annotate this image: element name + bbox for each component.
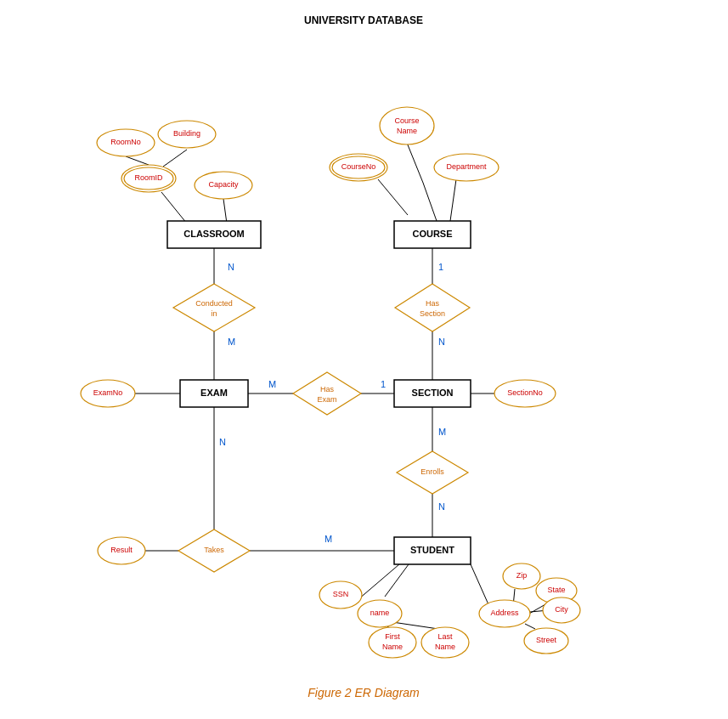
rel-enrolls-label: Enrolls [420, 467, 444, 476]
attr-lastname-label1: Last [437, 632, 453, 641]
rel-hasexam-label1: Has [320, 385, 335, 393]
attr-result-label: Result [110, 546, 133, 554]
attr-courseno-label: CourseNo [341, 162, 376, 171]
cardinality-n4: N [219, 437, 226, 447]
connector-roomno-roomid [126, 156, 149, 165]
entity-classroom-label: CLASSROOM [183, 229, 245, 239]
cardinality-1a: 1 [438, 262, 443, 272]
attr-lastname-label2: Name [435, 643, 455, 651]
entity-course-label: COURSE [412, 229, 452, 239]
attr-department-label: Department [446, 162, 487, 171]
svg-canvas: UNIVERSITY DATABASE [0, 0, 728, 719]
cardinality-m1: M [228, 337, 235, 347]
cardinality-m3: M [438, 427, 446, 437]
connector-name-student [385, 564, 409, 597]
entity-student-label: STUDENT [410, 545, 454, 555]
attr-examno-label: ExamNo [93, 388, 123, 397]
cardinality-n1: N [228, 262, 234, 272]
attr-coursename-label1: Course [394, 116, 419, 125]
rel-hassection-label1: Has [426, 299, 440, 308]
attr-coursename-label2: Name [397, 127, 417, 135]
cardinality-n2: N [438, 337, 445, 347]
connector-coursename-course1 [407, 143, 423, 183]
connector-street-address [525, 624, 535, 629]
attr-zip-label: Zip [516, 571, 528, 580]
connector-courseno-course [378, 179, 408, 215]
er-diagram: UNIVERSITY DATABASE [0, 0, 728, 719]
connector-roomid-classroom [161, 192, 187, 224]
attr-roomid-label: RoomID [134, 173, 163, 182]
attr-city-label: City [555, 605, 568, 614]
attr-building-label: Building [173, 129, 200, 138]
cardinality-n3: N [438, 501, 445, 512]
rel-hassection-label2: Section [420, 309, 445, 318]
connector-dept-course [450, 179, 456, 221]
cardinality-m2: M [268, 379, 276, 389]
attr-sectionno-label: SectionNo [507, 388, 543, 397]
cardinality-1b: 1 [381, 379, 386, 389]
diagram-title: UNIVERSITY DATABASE [304, 14, 423, 26]
attr-firstname-label2: Name [382, 643, 403, 651]
attr-state-label: State [547, 586, 565, 594]
connector-coursename-course2 [423, 183, 437, 221]
rel-takes-label: Takes [204, 546, 224, 554]
rel-conductedin-label2: in [211, 309, 217, 318]
attr-ssn-label: SSN [333, 590, 349, 598]
attr-street-label: Street [536, 636, 557, 644]
entity-section-label: SECTION [412, 388, 454, 398]
cardinality-m4: M [324, 534, 332, 544]
attr-address-label: Address [490, 609, 519, 617]
attr-coursename [380, 107, 434, 144]
connector-capacity-classroom [223, 199, 227, 224]
attr-firstname-label1: First [385, 632, 400, 641]
attr-name-label: name [370, 609, 390, 617]
connector-building-roomid [163, 150, 187, 167]
diagram-caption: Figure 2 ER Diagram [308, 686, 420, 699]
entity-exam-label: EXAM [200, 388, 228, 398]
attr-roomno-label: RoomNo [110, 138, 141, 146]
attr-capacity-label: Capacity [208, 180, 239, 189]
rel-hasexam-label2: Exam [317, 395, 336, 404]
rel-conductedin-label1: Conducted [195, 299, 233, 308]
